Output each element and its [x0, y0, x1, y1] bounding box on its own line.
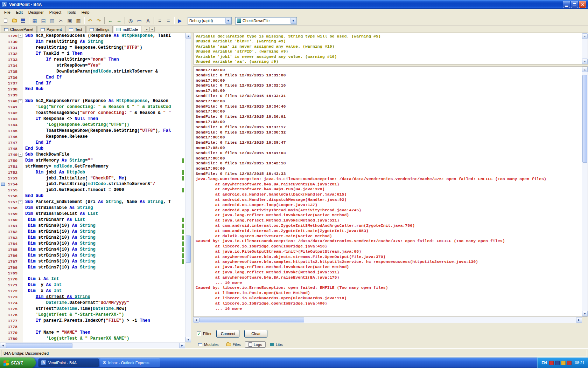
code-line[interactable]: 'Log(Response.GetString("UTF8")) [25, 122, 182, 128]
module-selector-combo[interactable]: CheckDownFile [235, 17, 297, 25]
code-line[interactable]: End Sub [25, 146, 182, 152]
scroll-track[interactable] [582, 39, 588, 59]
back-icon[interactable]: ← [106, 17, 114, 25]
code-line[interactable]: ToastMessageShow(Response.GetString("UTF… [25, 128, 182, 134]
code-line[interactable]: job1.Initialize( "CheckDF", Me) [25, 176, 182, 182]
code-line[interactable]: Dim strMemory As String="" [25, 158, 182, 164]
code-area[interactable]: Sub hcX_ResponseSuccess (Response As Htt… [23, 33, 182, 342]
breakpoint-slot[interactable] [0, 81, 6, 87]
breakpoint-slot[interactable] [0, 187, 6, 193]
breakpoint-slot[interactable] [0, 116, 6, 122]
code-line[interactable]: strTest=DateTime.Time(DateTime.Now) [25, 306, 182, 312]
breakpoint-slot[interactable] [0, 98, 6, 104]
breakpoint-slot[interactable] [0, 259, 6, 265]
tab-scroll-left-button[interactable] [144, 27, 149, 32]
code-line[interactable] [25, 324, 182, 330]
menu-tools[interactable]: Tools [64, 9, 79, 15]
scroll-up-arrow[interactable] [582, 67, 588, 72]
scroll-thumb[interactable] [6, 343, 72, 348]
breakpoint-slot[interactable] [0, 217, 6, 223]
undo-icon[interactable]: ↶ [86, 17, 94, 25]
logs-vertical-scrollbar[interactable] [582, 67, 588, 316]
breakpoint-slot[interactable] [0, 318, 6, 324]
breakpoint-slot[interactable] [0, 312, 6, 318]
indent-icon[interactable]: ≡ [155, 17, 164, 25]
breakpoint-slot[interactable] [0, 193, 6, 199]
editor-horizontal-scrollbar[interactable] [0, 342, 185, 348]
code-line[interactable]: job1.GetRequest.Timeout = 3000 [25, 187, 182, 193]
breakpoint-slot[interactable] [0, 140, 6, 146]
code-line[interactable] [25, 271, 182, 277]
code-line[interactable]: Dim strTest As String [25, 294, 182, 300]
tray-icon-volume[interactable] [567, 361, 572, 365]
scroll-track[interactable] [582, 72, 588, 311]
breakpoint-slot[interactable] [0, 39, 6, 45]
breakpoint-slot[interactable] [0, 324, 6, 330]
code-line[interactable]: End If [25, 81, 182, 87]
code-line[interactable]: Dim x As Int [25, 288, 182, 294]
start-button[interactable]: start [0, 357, 36, 368]
scroll-down-arrow[interactable] [582, 59, 588, 64]
paste-icon[interactable]: ▨ [74, 17, 83, 25]
editor-vertical-scrollbar[interactable] [185, 33, 191, 342]
fold-collapse-toggle[interactable]: − [19, 153, 22, 157]
breakpoint-slot[interactable] [0, 300, 6, 306]
tab-scroll-right-button[interactable] [149, 27, 155, 32]
scroll-track[interactable] [186, 39, 191, 337]
menu-file[interactable]: File [1, 9, 13, 15]
forward-icon[interactable]: → [115, 17, 123, 25]
scroll-up-arrow[interactable] [582, 33, 588, 39]
code-line[interactable]: Dim strBins3(10) As String [25, 241, 182, 247]
scroll-thumb[interactable] [186, 236, 191, 263]
breakpoint-slot[interactable] [0, 92, 6, 98]
breakpoint-slot[interactable] [0, 306, 6, 312]
code-line[interactable]: DateTime.DateFormat="dd/MM/yyyy" [25, 300, 182, 306]
breakpoint-slot[interactable] [0, 51, 6, 57]
taskbar-task-vendpoint-b4a[interactable]: AVendPoint - B4A [38, 359, 99, 367]
chevron-down-icon[interactable] [290, 18, 296, 24]
code-line[interactable]: 'Log("Error connecting: " & Reason & " "… [25, 104, 182, 110]
code-line[interactable]: 'Log(strTest & " ParserXX NAME") [25, 336, 182, 342]
tab-payment[interactable]: Payment [37, 26, 65, 33]
tab-mdlcode[interactable]: mdlCode [113, 26, 141, 33]
tab-test[interactable]: Test [65, 26, 85, 33]
tab-settings[interactable]: Settings [86, 26, 113, 33]
scroll-down-arrow[interactable] [582, 311, 588, 316]
fold-collapse-toggle[interactable]: − [19, 200, 22, 204]
breakpoint-slot[interactable] [0, 288, 6, 294]
code-line[interactable]: Dim i As Int [25, 276, 182, 282]
breakpoint-slot[interactable] [0, 63, 6, 69]
breakpoint-slot[interactable] [0, 282, 6, 288]
filter-checkbox[interactable]: Filter [197, 332, 211, 336]
breakpoint-slot[interactable] [0, 199, 6, 205]
font-icon[interactable]: A [144, 17, 152, 25]
tray-icon-network[interactable] [555, 361, 560, 365]
breakpoint-slot[interactable] [0, 241, 6, 247]
breakpoint-slot[interactable] [0, 294, 6, 300]
breakpoint-slot[interactable] [0, 211, 6, 217]
logs-horizontal-scrollbar[interactable] [193, 317, 582, 323]
breakpoint-slot[interactable] [0, 86, 6, 92]
compile-icon[interactable]: ▥ [48, 17, 56, 25]
menu-designer[interactable]: Designer [26, 9, 47, 15]
copy-icon[interactable]: ▣ [65, 17, 74, 25]
breakpoint-slot[interactable] [0, 271, 6, 277]
code-line[interactable]: Response.Release [25, 134, 182, 140]
breakpoint-slot[interactable] [0, 104, 6, 110]
code-line[interactable]: strRespDown="Yes" [25, 63, 182, 69]
scroll-down-arrow[interactable] [186, 337, 191, 342]
scroll-left-arrow[interactable] [0, 343, 6, 348]
code-line[interactable]: 'Log(strTest & "-Start-ParserXX-") [25, 312, 182, 318]
breakpoint-slot[interactable] [0, 265, 6, 271]
breakpoint-column[interactable] [0, 33, 6, 342]
breakpoint-slot[interactable] [0, 336, 6, 342]
code-line[interactable]: End If [25, 75, 182, 81]
code-line[interactable]: ToastMessageShow("Error connecting: " & … [25, 110, 182, 116]
breakpoint-slot[interactable] [0, 223, 6, 229]
run-icon[interactable]: ▶ [176, 17, 184, 25]
code-line[interactable]: Dim strBins6(10) As String [25, 259, 182, 265]
chevron-down-icon[interactable] [225, 18, 231, 24]
code-line[interactable]: resultString = Response.GetString("UTF8"… [25, 45, 182, 51]
maximize-button[interactable] [571, 1, 578, 8]
breakpoint-slot[interactable] [0, 146, 6, 152]
